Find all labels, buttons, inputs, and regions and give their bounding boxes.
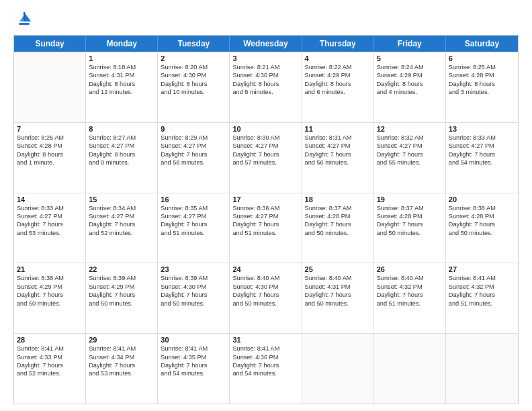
- cell-line: Sunrise: 8:21 AM: [232, 63, 298, 71]
- cell-line: Daylight: 7 hours: [232, 291, 298, 299]
- cell-line: Sunrise: 8:41 AM: [449, 274, 515, 282]
- cell-line: Sunrise: 8:33 AM: [17, 204, 83, 212]
- cell-line: Daylight: 7 hours: [17, 291, 83, 299]
- cell-line: Daylight: 7 hours: [377, 150, 443, 158]
- cell-line: and 51 minutes.: [449, 300, 515, 308]
- cell-line: and 54 minutes.: [232, 369, 298, 377]
- day-header-friday: Friday: [374, 36, 446, 52]
- empty-cell: [14, 52, 86, 122]
- day-cell-13: 13Sunrise: 8:33 AMSunset: 4:27 PMDayligh…: [446, 123, 518, 193]
- cell-line: and 10 minutes.: [161, 88, 226, 96]
- cell-line: and 51 minutes.: [377, 300, 443, 308]
- day-cell-6: 6Sunrise: 8:25 AMSunset: 4:28 PMDaylight…: [446, 52, 518, 122]
- day-cell-20: 20Sunrise: 8:38 AMSunset: 4:28 PMDayligh…: [446, 193, 518, 263]
- day-cell-16: 16Sunrise: 8:35 AMSunset: 4:27 PMDayligh…: [158, 193, 230, 263]
- cell-line: Daylight: 7 hours: [232, 150, 298, 158]
- cell-line: Sunset: 4:36 PM: [232, 353, 298, 361]
- day-number-19: 19: [377, 195, 443, 203]
- cell-line: Sunset: 4:29 PM: [305, 71, 371, 79]
- cell-line: and 54 minutes.: [449, 158, 515, 167]
- cell-line: Daylight: 7 hours: [161, 291, 226, 299]
- calendar: SundayMondayTuesdayWednesdayThursdayFrid…: [13, 35, 519, 404]
- calendar-body: 1Sunrise: 8:18 AMSunset: 4:31 PMDaylight…: [14, 52, 518, 404]
- cell-line: Daylight: 7 hours: [161, 220, 226, 228]
- day-cell-19: 19Sunrise: 8:37 AMSunset: 4:28 PMDayligh…: [374, 193, 446, 263]
- cell-line: Sunset: 4:32 PM: [377, 283, 443, 291]
- cell-line: Sunset: 4:28 PM: [449, 71, 515, 79]
- cell-line: Sunrise: 8:22 AM: [305, 63, 371, 71]
- cell-line: Sunset: 4:32 PM: [449, 283, 515, 291]
- day-cell-10: 10Sunrise: 8:30 AMSunset: 4:27 PMDayligh…: [230, 123, 302, 193]
- cell-line: Sunset: 4:31 PM: [89, 71, 154, 79]
- day-number-21: 21: [17, 265, 83, 273]
- day-cell-4: 4Sunrise: 8:22 AMSunset: 4:29 PMDaylight…: [302, 52, 374, 122]
- day-number-12: 12: [377, 125, 443, 133]
- cell-line: Daylight: 7 hours: [17, 220, 83, 228]
- cell-line: Sunrise: 8:33 AM: [449, 134, 515, 142]
- cell-line: Sunrise: 8:40 AM: [232, 274, 298, 282]
- empty-cell: [446, 334, 518, 404]
- cell-line: Sunset: 4:30 PM: [161, 283, 226, 291]
- day-number-5: 5: [377, 54, 443, 62]
- cell-line: Daylight: 7 hours: [17, 361, 83, 369]
- cell-line: Sunset: 4:27 PM: [305, 142, 371, 150]
- day-cell-9: 9Sunrise: 8:29 AMSunset: 4:27 PMDaylight…: [158, 123, 230, 193]
- cell-line: Sunset: 4:29 PM: [17, 283, 83, 291]
- cell-line: Sunrise: 8:20 AM: [161, 63, 226, 71]
- cell-line: and 1 minute.: [17, 158, 83, 167]
- svg-marker-1: [19, 15, 24, 21]
- cell-line: Sunrise: 8:39 AM: [161, 274, 226, 282]
- week-row-1: 1Sunrise: 8:18 AMSunset: 4:31 PMDaylight…: [14, 52, 518, 122]
- cell-line: Sunset: 4:29 PM: [89, 283, 154, 291]
- day-cell-1: 1Sunrise: 8:18 AMSunset: 4:31 PMDaylight…: [86, 52, 158, 122]
- day-number-15: 15: [89, 195, 154, 203]
- cell-line: Daylight: 8 hours: [305, 80, 371, 88]
- day-number-14: 14: [17, 195, 83, 203]
- cell-line: Sunrise: 8:34 AM: [89, 204, 154, 212]
- cell-line: and 55 minutes.: [377, 158, 443, 167]
- day-number-17: 17: [232, 195, 298, 203]
- cell-line: Sunrise: 8:40 AM: [377, 274, 443, 282]
- day-number-28: 28: [17, 336, 83, 344]
- cell-line: and 8 minutes.: [232, 88, 298, 96]
- cell-line: Daylight: 7 hours: [377, 220, 443, 228]
- cell-line: Sunrise: 8:36 AM: [232, 204, 298, 212]
- cell-line: and 12 minutes.: [89, 88, 154, 96]
- week-row-2: 7Sunrise: 8:26 AMSunset: 4:28 PMDaylight…: [14, 122, 518, 193]
- cell-line: Sunrise: 8:18 AM: [89, 63, 154, 71]
- cell-line: and 51 minutes.: [161, 229, 226, 237]
- cell-line: Daylight: 8 hours: [89, 150, 154, 158]
- cell-line: Daylight: 8 hours: [232, 80, 298, 88]
- day-number-30: 30: [161, 336, 226, 344]
- day-cell-23: 23Sunrise: 8:39 AMSunset: 4:30 PMDayligh…: [158, 263, 230, 333]
- cell-line: Sunrise: 8:29 AM: [161, 134, 226, 142]
- cell-line: Daylight: 7 hours: [232, 361, 298, 369]
- cell-line: Sunrise: 8:40 AM: [305, 274, 371, 282]
- cell-line: Sunset: 4:33 PM: [17, 353, 83, 361]
- empty-cell: [374, 334, 446, 404]
- day-cell-5: 5Sunrise: 8:24 AMSunset: 4:29 PMDaylight…: [374, 52, 446, 122]
- cell-line: and 57 minutes.: [232, 158, 298, 167]
- cell-line: and 0 minutes.: [89, 158, 154, 167]
- day-number-22: 22: [89, 265, 154, 273]
- cell-line: Daylight: 7 hours: [161, 150, 226, 158]
- week-row-3: 14Sunrise: 8:33 AMSunset: 4:27 PMDayligh…: [14, 193, 518, 263]
- empty-cell: [302, 334, 374, 404]
- calendar-header: SundayMondayTuesdayWednesdayThursdayFrid…: [14, 36, 518, 52]
- cell-line: Sunrise: 8:38 AM: [17, 274, 83, 282]
- cell-line: Daylight: 7 hours: [449, 220, 515, 228]
- day-cell-18: 18Sunrise: 8:37 AMSunset: 4:28 PMDayligh…: [302, 193, 374, 263]
- day-number-16: 16: [161, 195, 226, 203]
- cell-line: Daylight: 8 hours: [17, 150, 83, 158]
- cell-line: Sunset: 4:28 PM: [305, 212, 371, 220]
- cell-line: and 50 minutes.: [449, 229, 515, 237]
- cell-line: Sunset: 4:27 PM: [161, 212, 226, 220]
- day-cell-14: 14Sunrise: 8:33 AMSunset: 4:27 PMDayligh…: [14, 193, 86, 263]
- day-cell-12: 12Sunrise: 8:32 AMSunset: 4:27 PMDayligh…: [374, 123, 446, 193]
- day-cell-31: 31Sunrise: 8:41 AMSunset: 4:36 PMDayligh…: [230, 334, 302, 404]
- cell-line: Daylight: 7 hours: [449, 150, 515, 158]
- cell-line: Sunset: 4:35 PM: [161, 353, 226, 361]
- cell-line: and 50 minutes.: [161, 300, 226, 308]
- svg-rect-3: [19, 23, 30, 25]
- cell-line: and 4 minutes.: [377, 88, 443, 96]
